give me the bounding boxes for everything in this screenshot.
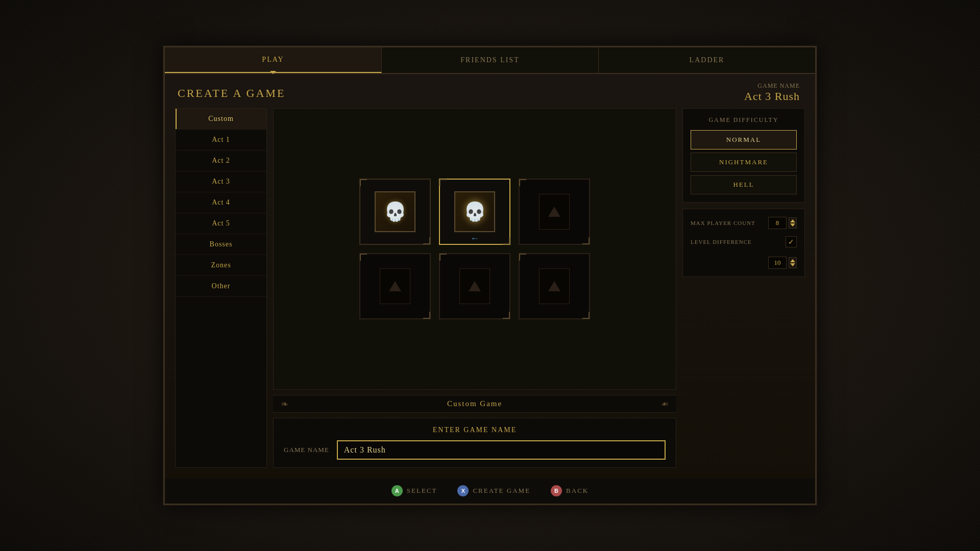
checkbox-check-icon: ✓ [788,238,794,246]
character-grid-container: 💀 💀 ← [273,108,676,390]
max-player-count-label: Max Player Count [691,220,755,226]
settings-section: Max Player Count 8 Level Dif [682,209,805,277]
character-slot-5[interactable] [519,253,590,319]
game-name-header: Game Name Act 3 Rush [744,82,800,103]
char-icon-1: 💀 [463,201,486,222]
a-button-icon[interactable]: A [391,485,403,496]
bottom-bar: A Select X Create Game B Back [165,478,815,504]
b-button-icon[interactable]: B [551,485,562,496]
level-difference-row: Level Difference ✓ [691,236,797,247]
hint-back: B Back [551,485,589,496]
sidebar-item-act5[interactable]: Act 5 [176,213,266,234]
character-slot-3[interactable] [359,253,431,319]
tab-ladder[interactable]: Ladder [599,47,815,73]
main-layout: Custom Act 1 Act 2 Act 3 Act 4 [175,108,805,468]
sidebar-item-custom[interactable]: Custom [176,109,266,130]
game-name-input-wrapper [337,440,666,460]
level-spinner-down-icon [790,263,795,266]
content-area: Game Name Act 3 Rush Create a Game Custo… [165,74,815,478]
tab-play-label: Play [262,56,284,64]
difficulty-normal-btn[interactable]: Normal [691,130,797,149]
difficulty-hell-btn[interactable]: Hell [691,175,797,194]
level-spinner-up-icon [790,259,795,262]
center-panel: 💀 💀 ← [273,108,676,468]
difficulty-section: Game Difficulty Normal Nightmare Hell [682,108,805,203]
empty-slot-5 [539,268,570,304]
spinner-down-icon [790,223,795,227]
hint-create-game: X Create Game [457,485,530,496]
hint-select: A Select [391,485,437,496]
char-portrait-1: 💀 ← [452,189,498,235]
level-difference-checkbox[interactable]: ✓ [786,236,797,247]
main-window: Play Friends List Ladder Game Name Act 3… [163,46,817,505]
game-name-field-label: Game Name [284,446,329,454]
game-name-header-value: Act 3 Rush [744,90,800,103]
max-player-count-spinner[interactable] [789,217,797,229]
hint-back-label: Back [566,487,589,495]
spinner-up-icon [790,219,795,222]
sidebar-item-act4[interactable]: Act 4 [176,192,266,213]
char-portrait-0: 💀 [372,189,418,235]
custom-game-label-bar: Custom Game [273,395,676,413]
hint-select-label: Select [407,487,437,495]
max-player-count-control: 8 [768,217,797,229]
sidebar: Custom Act 1 Act 2 Act 3 Act 4 [175,108,267,468]
game-name-section: Enter Game Name Game Name [273,418,676,468]
level-difference-value-row: 10 [691,257,797,269]
game-name-row: Game Name [284,440,666,460]
level-difference-value: 10 [768,257,787,269]
x-button-icon[interactable]: X [457,485,469,496]
sidebar-item-act2[interactable]: Act 2 [176,151,266,171]
selection-arrow: ← [470,233,479,244]
sidebar-item-zones[interactable]: Zones [176,255,266,276]
character-grid: 💀 💀 ← [359,179,590,319]
tab-play[interactable]: Play [165,47,382,73]
char-icon-0: 💀 [384,201,407,222]
page-title: Create a Game [178,87,805,100]
nav-tabs: Play Friends List Ladder [165,47,815,74]
character-slot-2[interactable] [519,179,590,245]
character-slot-0[interactable]: 💀 [359,179,431,245]
game-name-input[interactable] [337,440,666,460]
difficulty-section-label: Game Difficulty [691,116,797,124]
character-slot-1[interactable]: 💀 ← [439,179,510,245]
sidebar-item-act3[interactable]: Act 3 [176,171,266,192]
outer-frame: Play Friends List Ladder Game Name Act 3… [0,0,980,551]
empty-slot-4 [459,268,490,304]
sidebar-item-bosses[interactable]: Bosses [176,234,266,255]
tab-friends-label: Friends List [460,56,519,64]
difficulty-nightmare-btn[interactable]: Nightmare [691,153,797,172]
hint-create-game-label: Create Game [473,487,530,495]
max-player-count-row: Max Player Count 8 [691,217,797,229]
tab-friends-list[interactable]: Friends List [382,47,599,73]
game-name-header-label: Game Name [744,82,800,90]
sidebar-item-other[interactable]: Other [176,276,266,297]
empty-slot-2 [539,194,570,230]
max-player-count-value: 8 [768,217,787,229]
level-difference-spinner[interactable] [789,257,797,268]
tab-ladder-label: Ladder [690,56,725,64]
character-slot-4[interactable] [439,253,510,319]
empty-slot-3 [380,268,410,304]
level-difference-label: Level Difference [691,239,752,245]
sidebar-item-act1[interactable]: Act 1 [176,130,266,151]
enter-game-name-title: Enter Game Name [284,426,666,434]
right-panel: Game Difficulty Normal Nightmare Hell Ma… [682,108,805,468]
